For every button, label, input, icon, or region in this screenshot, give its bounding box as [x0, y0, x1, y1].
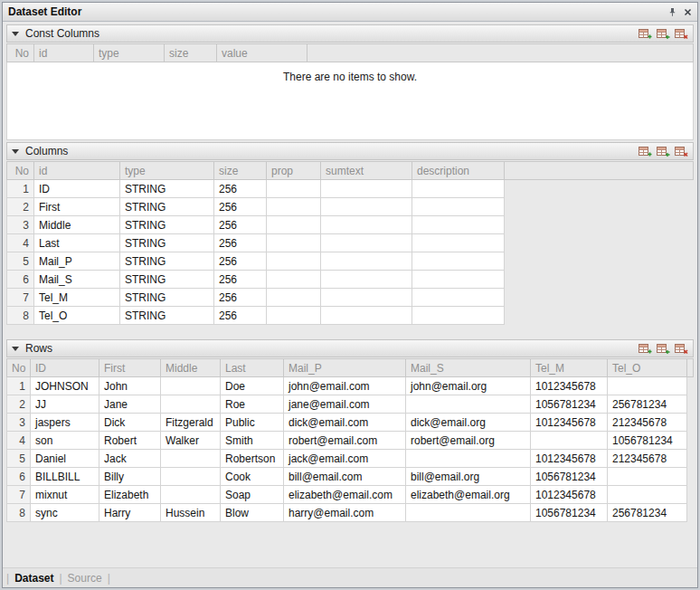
- cell[interactable]: [161, 450, 221, 468]
- cell[interactable]: Daniel: [31, 450, 99, 468]
- cell[interactable]: [406, 450, 531, 468]
- cell[interactable]: STRING: [120, 307, 214, 325]
- cell[interactable]: [321, 289, 412, 307]
- section-header-rows[interactable]: Rows: [6, 339, 694, 357]
- column-header-sumtext[interactable]: sumtext: [321, 162, 412, 180]
- cell[interactable]: [321, 234, 412, 252]
- cell[interactable]: [412, 234, 505, 252]
- cell[interactable]: 256781234: [608, 395, 687, 414]
- column-header-first[interactable]: First: [99, 359, 161, 377]
- cell[interactable]: [531, 432, 608, 450]
- delete-row-icon[interactable]: [675, 28, 688, 40]
- column-header-type[interactable]: type: [94, 44, 165, 62]
- cell[interactable]: Cook: [221, 468, 284, 486]
- column-header-id[interactable]: id: [34, 162, 120, 180]
- close-icon[interactable]: [684, 8, 692, 16]
- cell[interactable]: BILLBILL: [31, 468, 99, 486]
- add-row-icon[interactable]: [639, 146, 652, 157]
- section-header-columns[interactable]: Columns: [6, 142, 694, 160]
- cell[interactable]: Elizabeth: [99, 486, 161, 504]
- row-number[interactable]: 1: [7, 180, 34, 198]
- cell[interactable]: Mail_S: [34, 271, 120, 289]
- section-header-const-columns[interactable]: Const Columns: [6, 24, 694, 43]
- cell[interactable]: ID: [34, 180, 120, 198]
- cell[interactable]: Walker: [161, 432, 221, 450]
- row-number[interactable]: 4: [7, 432, 31, 450]
- collapse-arrow-icon[interactable]: [12, 347, 19, 351]
- cell[interactable]: 212345678: [608, 450, 687, 468]
- cell[interactable]: STRING: [120, 180, 214, 198]
- cell[interactable]: STRING: [120, 216, 214, 234]
- column-header-no[interactable]: No: [7, 359, 31, 377]
- cell[interactable]: 256: [214, 307, 267, 325]
- cell[interactable]: JJ: [31, 395, 99, 414]
- cell[interactable]: STRING: [120, 198, 214, 216]
- cell[interactable]: Hussein: [161, 504, 221, 522]
- column-header-type[interactable]: type: [120, 162, 214, 180]
- cell[interactable]: 256: [214, 234, 267, 252]
- add-row-icon[interactable]: [639, 28, 652, 40]
- cell[interactable]: 1012345678: [531, 450, 608, 468]
- cell[interactable]: [267, 216, 321, 234]
- cell[interactable]: 1056781234: [531, 395, 608, 414]
- column-header-tel_o[interactable]: Tel_O: [608, 359, 687, 377]
- pin-icon[interactable]: [667, 7, 677, 17]
- insert-row-icon[interactable]: [657, 146, 670, 157]
- column-header-no[interactable]: No: [7, 44, 34, 62]
- cell[interactable]: Jane: [99, 395, 161, 414]
- cell[interactable]: Billy: [99, 468, 161, 486]
- cell[interactable]: dick@email.org: [406, 414, 531, 432]
- cell[interactable]: [267, 198, 321, 216]
- column-header-id[interactable]: id: [34, 44, 94, 62]
- cell[interactable]: Tel_O: [34, 307, 120, 325]
- cell[interactable]: [412, 180, 505, 198]
- cell[interactable]: Roe: [221, 395, 284, 414]
- cell[interactable]: Mail_P: [34, 252, 120, 271]
- cell[interactable]: 256: [214, 289, 267, 307]
- row-number[interactable]: 3: [7, 216, 34, 234]
- insert-row-icon[interactable]: [657, 343, 670, 355]
- cell[interactable]: bill@email.org: [406, 468, 531, 486]
- cell[interactable]: [608, 468, 687, 486]
- cell[interactable]: JOHNSON: [31, 377, 99, 395]
- delete-row-icon[interactable]: [675, 343, 688, 355]
- cell[interactable]: [321, 198, 412, 216]
- cell[interactable]: [267, 307, 321, 325]
- cell[interactable]: elizabeth@email.com: [284, 486, 406, 504]
- cell[interactable]: STRING: [120, 234, 214, 252]
- cell[interactable]: [412, 271, 505, 289]
- tab-dataset[interactable]: Dataset: [14, 572, 53, 585]
- row-number[interactable]: 3: [7, 414, 31, 432]
- cell[interactable]: 1012345678: [531, 486, 608, 504]
- cell[interactable]: Jack: [99, 450, 161, 468]
- cell[interactable]: Last: [34, 234, 120, 252]
- cell[interactable]: Blow: [221, 504, 284, 522]
- cell[interactable]: [321, 252, 412, 271]
- cell[interactable]: [412, 216, 505, 234]
- insert-row-icon[interactable]: [657, 28, 670, 40]
- cell[interactable]: bill@email.com: [284, 468, 406, 486]
- cell[interactable]: [608, 486, 687, 504]
- column-header-mail_s[interactable]: Mail_S: [406, 359, 531, 377]
- row-number[interactable]: 5: [7, 252, 34, 271]
- collapse-arrow-icon[interactable]: [12, 32, 19, 36]
- cell[interactable]: [412, 307, 505, 325]
- cell[interactable]: [161, 468, 221, 486]
- cell[interactable]: harry@email.com: [284, 504, 406, 522]
- cell[interactable]: jaspers: [31, 414, 99, 432]
- cell[interactable]: 212345678: [608, 414, 687, 432]
- column-header-id[interactable]: ID: [31, 359, 99, 377]
- row-number[interactable]: 6: [7, 271, 34, 289]
- cell[interactable]: Fitzgerald: [161, 414, 221, 432]
- column-header-last[interactable]: Last: [221, 359, 284, 377]
- tab-source[interactable]: Source: [68, 572, 102, 585]
- column-header-description[interactable]: description: [412, 162, 505, 180]
- cell[interactable]: mixnut: [31, 486, 99, 504]
- column-header-middle[interactable]: Middle: [161, 359, 221, 377]
- cell[interactable]: 256: [214, 252, 267, 271]
- cell[interactable]: First: [34, 198, 120, 216]
- cell[interactable]: jack@email.com: [284, 450, 406, 468]
- cell[interactable]: 1056781234: [608, 432, 687, 450]
- cell[interactable]: 256: [214, 198, 267, 216]
- delete-row-icon[interactable]: [675, 146, 688, 157]
